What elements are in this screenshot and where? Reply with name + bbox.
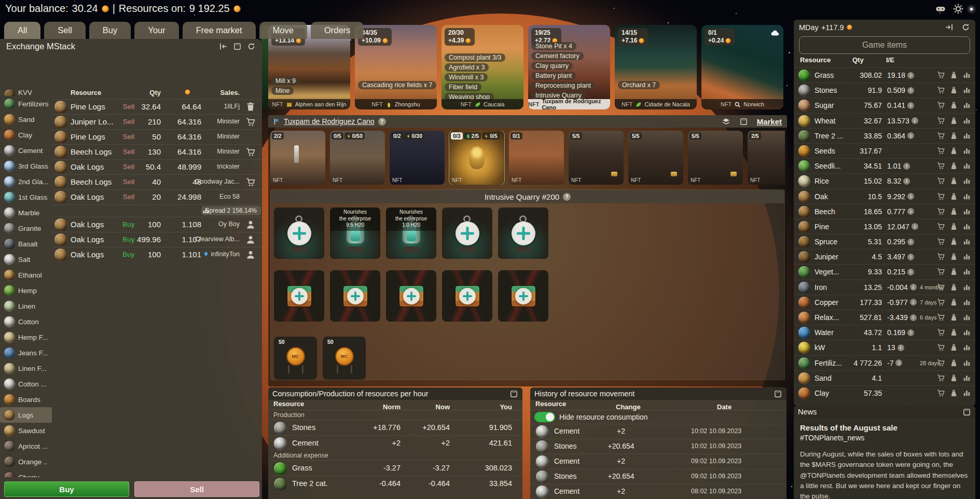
refresh-icon[interactable] bbox=[961, 23, 970, 32]
sidebar-category[interactable]: Basalt bbox=[0, 236, 52, 252]
info-icon[interactable]: i bbox=[912, 117, 918, 124]
sidebar-category[interactable]: Hemp bbox=[0, 283, 52, 298]
cart-icon[interactable] bbox=[245, 117, 256, 127]
money-bag-icon[interactable] bbox=[949, 343, 958, 352]
money-bag-icon[interactable] bbox=[949, 373, 958, 382]
info-icon[interactable]: i bbox=[903, 163, 910, 170]
money-bag-icon[interactable] bbox=[949, 222, 958, 231]
hide-consumption-toggle[interactable] bbox=[534, 412, 555, 422]
cart-icon[interactable] bbox=[936, 389, 945, 397]
info-icon[interactable]: i bbox=[907, 269, 914, 275]
info-icon[interactable]: i bbox=[907, 102, 914, 109]
buy-button[interactable]: Buy bbox=[4, 481, 129, 497]
window-icon[interactable] bbox=[774, 390, 782, 398]
order-row[interactable]: Pine LogsSell32.6464.641IlLFj bbox=[52, 99, 262, 114]
add-item-plus-icon[interactable] bbox=[456, 221, 479, 245]
quarry-battery-slot[interactable] bbox=[442, 270, 492, 322]
dock-right-icon[interactable] bbox=[945, 23, 954, 32]
planet-card-footer[interactable]: NFTNorwich bbox=[701, 99, 783, 109]
info-icon[interactable]: i bbox=[910, 314, 917, 321]
person-icon[interactable] bbox=[245, 249, 256, 260]
money-bag-icon[interactable] bbox=[949, 313, 958, 322]
sidebar-category[interactable]: Marble bbox=[0, 205, 52, 220]
add-item-plus-icon[interactable] bbox=[515, 288, 532, 304]
sidebar-category[interactable]: Clay bbox=[0, 127, 52, 143]
info-icon[interactable]: i bbox=[907, 254, 914, 260]
window-icon[interactable] bbox=[233, 42, 242, 51]
chart-icon[interactable] bbox=[962, 358, 971, 367]
chart-icon[interactable] bbox=[962, 176, 971, 185]
chart-icon[interactable] bbox=[962, 313, 971, 322]
money-bag-icon[interactable] bbox=[949, 86, 958, 94]
chart-icon[interactable] bbox=[962, 389, 971, 397]
tab-move[interactable]: Move bbox=[259, 22, 307, 39]
money-bag-icon[interactable] bbox=[949, 146, 958, 155]
chart-icon[interactable] bbox=[962, 192, 971, 201]
money-bag-icon[interactable] bbox=[949, 176, 958, 185]
building-thumbnail[interactable]: 0/50/50NFT bbox=[330, 131, 385, 185]
cart-icon[interactable] bbox=[936, 358, 945, 367]
chart-icon[interactable] bbox=[962, 343, 971, 352]
planet-card[interactable]: 0/1+0.24NFTNorwich bbox=[701, 25, 783, 109]
order-row[interactable]: Oak LogsSell2024.998Eco 58 bbox=[52, 189, 262, 204]
sidebar-category[interactable]: Hemp F... bbox=[0, 329, 52, 345]
chart-icon[interactable] bbox=[962, 161, 971, 170]
sidebar-category[interactable]: 2nd Gla... bbox=[0, 174, 52, 189]
money-bag-icon[interactable] bbox=[949, 192, 958, 201]
cart-icon[interactable] bbox=[936, 283, 945, 292]
person-icon[interactable] bbox=[245, 219, 256, 230]
cart-icon[interactable] bbox=[936, 116, 945, 125]
sidebar-category[interactable]: Fertilizers bbox=[0, 96, 52, 112]
tab-buy[interactable]: Buy bbox=[89, 22, 131, 39]
person-icon[interactable] bbox=[245, 234, 256, 245]
window-icon[interactable] bbox=[962, 408, 971, 417]
planet-card-footer[interactable]: NFTAlphen aan den Rijn bbox=[268, 99, 350, 109]
tab-your[interactable]: Your bbox=[134, 22, 178, 39]
tab-sell[interactable]: Sell bbox=[44, 22, 86, 39]
layers-icon[interactable] bbox=[722, 117, 730, 126]
cart-icon[interactable] bbox=[936, 101, 945, 109]
money-bag-icon[interactable] bbox=[949, 298, 958, 307]
chart-icon[interactable] bbox=[962, 116, 971, 125]
order-row[interactable]: Pine LogsSell5064.316Minister bbox=[52, 129, 262, 144]
chart-icon[interactable] bbox=[962, 373, 971, 382]
cart-icon[interactable] bbox=[936, 298, 945, 307]
sidebar-category[interactable]: Sand bbox=[0, 112, 52, 127]
info-icon[interactable]: i bbox=[903, 178, 910, 185]
add-item-plus-icon[interactable] bbox=[291, 288, 308, 304]
money-bag-icon[interactable] bbox=[949, 328, 958, 337]
add-item-plus-icon[interactable] bbox=[347, 288, 364, 304]
money-bag-icon[interactable] bbox=[949, 389, 958, 397]
info-icon[interactable]: i bbox=[907, 72, 914, 79]
news-hashtag[interactable]: #TONPlanets_news bbox=[800, 434, 969, 442]
building-thumbnail[interactable]: 5/5NFT bbox=[688, 131, 743, 185]
add-item-plus-icon[interactable] bbox=[459, 288, 476, 304]
cart-icon[interactable] bbox=[936, 86, 945, 94]
cart-icon[interactable] bbox=[936, 373, 945, 382]
sidebar-category[interactable]: Granite bbox=[0, 220, 52, 236]
building-thumbnail[interactable]: 0/1NFT bbox=[509, 131, 564, 185]
help-icon[interactable]: ? bbox=[378, 118, 386, 126]
cart-icon[interactable] bbox=[936, 222, 945, 231]
cart-icon[interactable] bbox=[936, 252, 945, 261]
cart-icon[interactable] bbox=[245, 177, 256, 187]
chart-icon[interactable] bbox=[962, 298, 971, 307]
money-bag-icon[interactable] bbox=[949, 161, 958, 170]
cart-icon[interactable] bbox=[936, 71, 945, 79]
sidebar-category[interactable]: 3rd Glass bbox=[0, 158, 52, 174]
planet-card-footer[interactable]: NFTZhongshu bbox=[355, 99, 437, 109]
order-row[interactable]: Juniper Lo...Sell21064.316Minister bbox=[52, 114, 262, 129]
planet-card[interactable]: 14/15+7.16Orchard x 7NFTCidade de Nacala bbox=[615, 25, 697, 109]
window-icon[interactable] bbox=[509, 390, 518, 398]
sidebar-category[interactable]: 1st Glass bbox=[0, 189, 52, 205]
sidebar-category[interactable]: Linen bbox=[0, 298, 52, 314]
chart-icon[interactable] bbox=[962, 146, 971, 155]
planet-card-footer[interactable]: NFTTuxpam de Rodriguez Cano bbox=[528, 99, 610, 109]
order-row[interactable]: Oak LogsBuy499.961.107Clearview Alb... bbox=[52, 232, 262, 247]
quarry-battery-slot[interactable] bbox=[498, 270, 548, 322]
planet-card-footer[interactable]: NFTCaucaia bbox=[441, 99, 523, 109]
building-thumbnail[interactable]: 2/5NFT bbox=[748, 131, 785, 185]
quarry-robot-slot[interactable]: 50MC bbox=[323, 337, 366, 380]
dock-left-icon[interactable] bbox=[219, 42, 228, 51]
sidebar-category[interactable]: Cotton ... bbox=[0, 376, 52, 392]
